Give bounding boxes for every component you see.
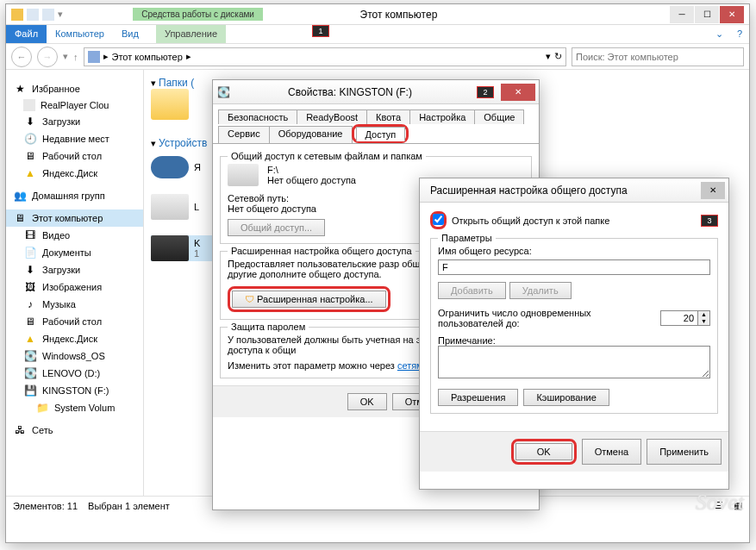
tab-file[interactable]: Файл: [6, 25, 47, 43]
advanced-sharing-button[interactable]: 🛡 Расширенная настройка...: [232, 291, 386, 308]
recent-dropdown-icon[interactable]: ▾: [63, 51, 68, 62]
close-button[interactable]: ✕: [501, 84, 535, 101]
nav-pc-item[interactable]: 💽LENOVO (D:): [6, 365, 143, 382]
view-details-icon[interactable]: ☰: [715, 500, 723, 511]
pw-change-text: Изменить этот параметр можно через: [228, 360, 397, 371]
nav-label: Домашняя групп: [32, 191, 105, 201]
nav-pc-item[interactable]: 🖼Изображения: [6, 278, 143, 296]
nav-label: System Volum: [54, 403, 115, 413]
group-label: Расширенная настройка общего доступа: [228, 246, 415, 256]
tab-general[interactable]: Общие: [474, 109, 524, 124]
nav-pc-item[interactable]: 💽Windows8_OS: [6, 347, 143, 365]
limit-spinner[interactable]: ▲▼: [660, 310, 710, 326]
nav-pc-item[interactable]: 📄Документы: [6, 244, 143, 261]
tab-quota[interactable]: Квота: [366, 109, 410, 124]
nav-pc-item[interactable]: 📁System Volum: [6, 399, 143, 416]
doc-icon: [23, 99, 35, 111]
help-icon[interactable]: ?: [730, 25, 749, 43]
ribbon-expand-icon[interactable]: ⌄: [709, 25, 730, 43]
nav-pc-item[interactable]: ⬇Загрузки: [6, 261, 143, 278]
nav-pc-item[interactable]: 🎞Видео: [6, 227, 143, 244]
yadisk-icon: ▲: [23, 166, 37, 180]
nav-label: Рабочий стол: [42, 316, 102, 327]
up-button[interactable]: ↑: [73, 52, 78, 62]
desktop-icon: 🖥: [23, 149, 37, 163]
back-button[interactable]: ←: [11, 47, 32, 67]
nav-homegroup[interactable]: 👥Домашняя групп: [6, 187, 143, 204]
tab-security[interactable]: Безопасность: [218, 109, 297, 124]
nav-pc-item[interactable]: 💾KINGSTON (F:): [6, 382, 143, 399]
nav-pc-item[interactable]: 🖥Рабочий стол: [6, 313, 143, 330]
note-textarea[interactable]: [438, 346, 710, 378]
permissions-button[interactable]: Разрешения: [438, 389, 518, 406]
limit-input[interactable]: [660, 310, 698, 326]
nav-fav-item[interactable]: 🖥Рабочий стол: [6, 147, 143, 165]
spin-down-icon[interactable]: ▼: [698, 318, 709, 325]
open-share-checkbox[interactable]: [433, 214, 444, 225]
desktop-icon: 🖥: [23, 315, 37, 328]
tab-view[interactable]: Вид: [113, 25, 147, 43]
qat-dropdown-icon[interactable]: ▾: [58, 9, 63, 20]
tab-tools[interactable]: Сервис: [218, 126, 270, 143]
path-dropdown-icon[interactable]: ▾: [546, 51, 551, 62]
expand-icon[interactable]: ▾: [151, 138, 156, 148]
nav-favorites[interactable]: ★Избранное: [6, 80, 143, 97]
nav-fav-item[interactable]: 🕘Недавние мест: [6, 130, 143, 147]
drive-label: K: [194, 238, 200, 248]
tab-customize[interactable]: Настройка: [409, 109, 475, 124]
spin-up-icon[interactable]: ▲: [698, 311, 709, 318]
drive-icon: 💽: [23, 349, 37, 363]
apply-button[interactable]: Применить: [647, 439, 722, 465]
nav-label: Музыка: [42, 299, 76, 309]
qat-icon-1[interactable]: [27, 9, 39, 21]
share-button[interactable]: Общий доступ...: [228, 219, 325, 236]
ok-button[interactable]: OK: [347, 393, 387, 410]
remove-button[interactable]: Удалить: [509, 282, 572, 299]
tab-manage[interactable]: Управление: [156, 25, 226, 43]
tab-strip: Безопасность ReadyBoost Квота Настройка …: [213, 104, 539, 144]
callout-badge-2: 2: [477, 86, 494, 98]
tab-hardware[interactable]: Оборудование: [269, 126, 353, 143]
note-label: Примечание:: [438, 335, 710, 346]
nav-thispc[interactable]: 🖥Этот компьютер: [6, 209, 143, 227]
nav-fav-item[interactable]: ⬇Загрузки: [6, 113, 143, 130]
callout-badge-3: 3: [701, 215, 718, 227]
nav-pc-item[interactable]: ♪Музыка: [6, 296, 143, 313]
dialog-title: Расширенная настройка общего доступа: [423, 184, 701, 197]
qat-icon-2[interactable]: [42, 9, 54, 21]
nav-pane[interactable]: ★Избранное RealPlayer Clou ⬇Загрузки 🕘Не…: [6, 70, 144, 496]
tab-readyboost[interactable]: ReadyBoost: [297, 109, 367, 124]
nav-fav-item[interactable]: ▲Яндекс.Диск: [6, 165, 143, 182]
tab-sharing[interactable]: Доступ: [356, 127, 406, 141]
expand-icon[interactable]: ▾: [151, 78, 156, 88]
tab-computer[interactable]: Компьютер: [47, 25, 113, 43]
close-button[interactable]: ✕: [701, 182, 725, 199]
breadcrumb[interactable]: ▸ Этот компьютер ▸ ▾ ↻: [84, 47, 567, 66]
share-name-input[interactable]: [438, 259, 710, 275]
ok-button[interactable]: OK: [515, 443, 572, 460]
forward-button[interactable]: →: [37, 47, 58, 67]
breadcrumb-item[interactable]: Этот компьютер: [112, 52, 183, 62]
refresh-icon[interactable]: ↻: [554, 51, 562, 62]
nav-fav-item[interactable]: RealPlayer Clou: [6, 97, 143, 113]
nav-label: LENOVO (D:): [42, 368, 100, 378]
folders-header: Папки (: [159, 77, 194, 89]
minimize-button[interactable]: ─: [670, 6, 694, 23]
group-label: Защита паролем: [228, 322, 309, 332]
recent-icon: 🕘: [23, 132, 37, 146]
cloud-icon: [151, 156, 189, 178]
nav-pc-item[interactable]: ▲Яндекс.Диск: [6, 330, 143, 347]
highlight-ok: OK: [511, 439, 577, 465]
breadcrumb-sep: ▸: [186, 51, 191, 62]
view-tiles-icon[interactable]: ▦: [734, 500, 742, 511]
window-title: Этот компьютер: [360, 9, 438, 21]
highlight-adv-button: 🛡 Расширенная настройка...: [228, 286, 390, 312]
add-button[interactable]: Добавить: [438, 282, 506, 299]
close-button[interactable]: ✕: [720, 6, 744, 23]
ribbon-tabs: Файл Компьютер Вид Управление 1 ⌄ ?: [6, 25, 749, 44]
cancel-button[interactable]: Отмена: [582, 439, 641, 465]
caching-button[interactable]: Кэширование: [523, 389, 609, 406]
maximize-button[interactable]: ☐: [695, 6, 719, 23]
nav-network[interactable]: 🖧Сеть: [6, 422, 143, 439]
search-input[interactable]: [572, 47, 744, 66]
